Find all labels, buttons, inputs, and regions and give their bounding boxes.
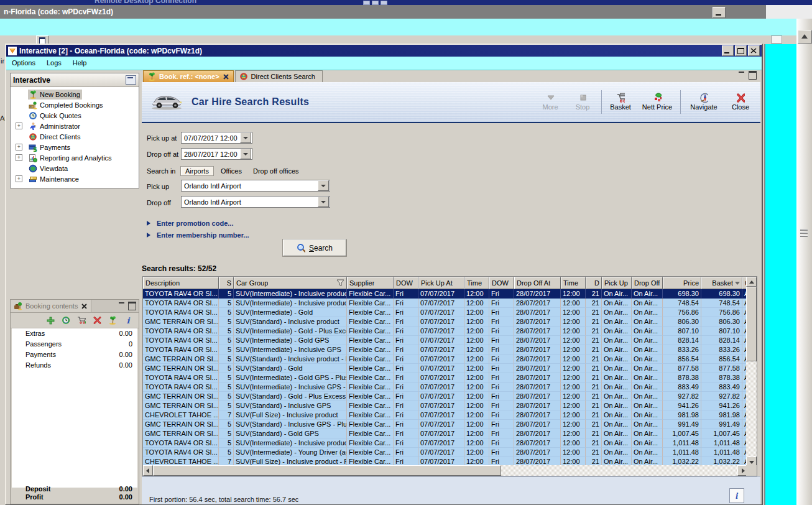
scrollbar-thumb[interactable] [746,287,757,361]
delete-icon[interactable] [93,316,101,325]
info-button[interactable]: i [729,488,744,503]
column-header-pick-up-at[interactable]: Pick Up At [418,277,464,289]
expand-plus-icon[interactable]: + [16,154,22,161]
pickup-combo[interactable]: Orlando Intl Airport [181,180,330,192]
result-row[interactable]: CHEVROLET TAHOE ...7SUV(Full Size) - Inc… [143,410,757,420]
scroll-left-icon[interactable] [143,465,153,476]
sidebar-item-quick-quotes[interactable]: Quick Quotes [11,110,139,121]
nett-price-toolbar-button[interactable]: Nett Price [637,91,678,113]
tab-book-ref-none[interactable]: Book. ref.: <none> [143,70,234,82]
funnel-icon[interactable] [336,279,344,287]
result-row[interactable]: GMC TERRAIN OR SI...5SUV(Standard) - Inc… [143,317,757,327]
sidebar-item-completed-bookings[interactable]: Completed Bookings [11,100,139,110]
horizontal-scrollbar[interactable] [143,465,757,476]
sidebar-item-direct-clients[interactable]: Direct Clients [11,131,139,142]
add-icon[interactable] [46,316,55,325]
result-row[interactable]: TOYOTA RAV4 OR SI...5SUV(Intermediate) -… [143,345,757,354]
close-tab-icon[interactable] [223,73,229,80]
basket-arrow-icon[interactable] [77,316,86,325]
menu-logs[interactable]: Logs [41,57,67,70]
column-header-description[interactable]: Description [143,277,219,289]
tree-item-body[interactable]: Administrator [28,121,82,131]
result-row[interactable]: TOYOTA RAV4 OR SI...5SUV(Intermediate) -… [143,327,757,336]
panel-minimize-icon[interactable] [118,302,126,308]
result-row[interactable]: GMC TERRAIN OR SI...5SUV(Standard) - Gol… [143,392,757,401]
search-button[interactable]: Search [283,239,346,256]
maximize-pane-icon[interactable] [749,71,757,80]
tree-item-body[interactable]: Direct Clients [28,132,82,142]
tree-item-body[interactable]: Maintenance [28,174,81,184]
booking-summary-row[interactable]: Passengers0 [12,339,137,350]
tree-item-body[interactable]: $Payments [28,142,72,152]
quick-quote-icon[interactable] [62,316,70,325]
chevron-down-icon[interactable] [240,132,251,143]
close-button[interactable] [748,45,760,56]
column-header-dow[interactable]: DOW [394,277,418,289]
chevron-down-icon[interactable] [240,149,251,159]
sidebar-item-administrator[interactable]: +Administrator [11,121,139,131]
chevron-down-icon[interactable] [318,197,329,207]
result-row[interactable]: GMC TERRAIN OR SI...5SUV(Standard) - Gol… [143,364,757,373]
result-row[interactable]: TOYOTA RAV4 OR SI...5SUV(Intermediate) -… [143,336,757,345]
minimize-pane-icon[interactable] [738,71,745,77]
panel-maximize-icon[interactable] [128,302,136,310]
booking-summary-row[interactable]: Refunds0.00 [12,360,137,371]
close-panel-icon[interactable] [81,303,88,310]
promotion-code-expander[interactable]: Enter promotion code... [147,218,233,228]
chevron-down-icon[interactable] [318,180,329,191]
result-row[interactable]: TOYOTA RAV4 OR SI...5SUV(Intermediate) -… [143,289,757,299]
search-in-option-airports[interactable]: Airports [180,166,214,176]
search-in-option-drop-off-offices[interactable]: Drop off offices [249,167,303,175]
booking-summary-row[interactable]: Extras0.00 [12,328,137,339]
result-row[interactable]: TOYOTA RAV4 OR SI...5SUV(Intermediate) -… [143,382,757,392]
sidebar-item-new-booking[interactable]: New Booking [11,89,139,100]
column-header-d[interactable]: D [586,277,602,289]
rdp-minimize-icon[interactable] [363,1,370,5]
tree-item-body[interactable]: Quick Quotes [28,111,83,121]
sidebar-item-maintenance[interactable]: +Maintenance [11,174,139,184]
scrollbar-thumb[interactable] [153,465,501,476]
info-icon[interactable]: i [124,316,132,325]
rdp-restore-icon[interactable] [372,1,379,5]
outer-scrollbar[interactable] [796,19,812,505]
result-row[interactable]: TOYOTA RAV4 OR SI...5SUV(Intermediate) -… [143,448,757,457]
result-row[interactable]: TOYOTA RAV4 OR SI...5SUV(Intermediate) -… [143,308,757,317]
palm-icon[interactable] [108,316,117,325]
rdp-close-icon[interactable] [381,1,387,5]
result-row[interactable]: TOYOTA RAV4 OR SI...5SUV(Intermediate) -… [143,438,757,448]
column-header-supplier[interactable]: Supplier [347,277,394,289]
vertical-scrollbar[interactable] [746,277,757,466]
dropoff-at-input[interactable]: 28/07/2017 12:00 [181,148,252,160]
column-header-time[interactable]: Time [464,277,489,289]
collapse-panel-button[interactable] [126,75,136,85]
result-row[interactable]: GMC TERRAIN OR SI...5SUV(Standard) - Inc… [143,354,757,364]
minimize-button[interactable] [722,45,734,56]
column-header-time[interactable]: Time [561,277,586,289]
navigate-toolbar-button[interactable]: Navigate [683,91,724,113]
column-header-dow[interactable]: DOW [489,277,514,289]
column-header-drop-off[interactable]: Drop Off [632,277,663,289]
tree-item-body[interactable]: Completed Bookings [28,100,105,110]
menu-options[interactable]: Options [6,57,41,70]
expand-plus-icon[interactable]: + [16,175,22,182]
splitter-grip[interactable] [800,228,808,236]
dropoff-combo[interactable]: Orlando Intl Airport [181,196,330,208]
search-in-option-offices[interactable]: Offices [216,167,246,175]
sidebar-item-viewdata[interactable]: Viewdata [11,163,139,174]
background-minimize-button[interactable] [713,7,726,18]
expand-plus-icon[interactable]: + [16,144,22,151]
tree-item-body[interactable]: Viewdata [28,164,70,174]
result-row[interactable]: GMC TERRAIN OR SI...5SUV(Standard) - Inc… [143,401,757,410]
scroll-up-icon[interactable] [746,277,757,287]
column-header-drop-off-at[interactable]: Drop Off At [514,277,561,289]
sidebar-item-payments[interactable]: +$Payments [11,142,139,152]
column-header-basket[interactable]: Basket [701,277,742,289]
result-row[interactable]: TOYOTA RAV4 OR SI...5SUV(Intermediate) -… [143,299,757,308]
pickup-at-input[interactable]: 07/07/2017 12:00 [181,132,252,144]
basket-toolbar-button[interactable]: Basket [604,91,637,113]
maximize-button[interactable] [735,45,747,56]
scroll-up-icon[interactable] [798,30,812,44]
sidebar-item-reporting-and-analytics[interactable]: +Reporting and Analytics [11,152,139,163]
tab-direct-clients-search[interactable]: Direct Clients Search [235,70,323,82]
tree-item-body[interactable]: New Booking [28,90,82,100]
